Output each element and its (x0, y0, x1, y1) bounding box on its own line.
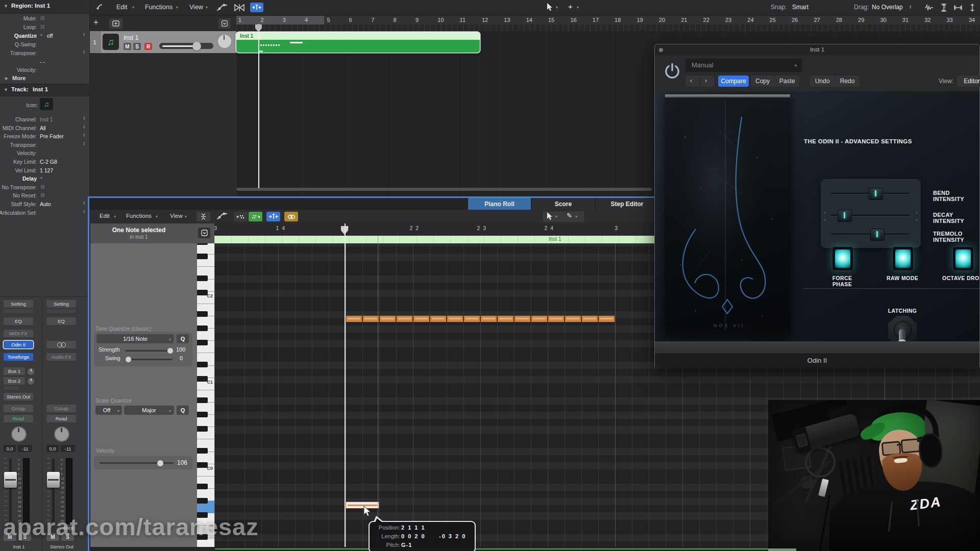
fader-cap[interactable] (47, 472, 60, 488)
piano-black-key[interactable] (197, 397, 208, 403)
strip-gain-value[interactable]: -11 (61, 445, 75, 452)
flex-icon[interactable] (234, 4, 245, 12)
midi-note[interactable] (346, 315, 362, 322)
tab-step-editor[interactable]: Step Editor (596, 198, 658, 210)
midi-in-icon[interactable] (234, 212, 248, 221)
power-icon[interactable] (662, 61, 682, 82)
strip-slot-read[interactable]: Read (46, 415, 76, 422)
strip-slot-eq[interactable]: EQ (4, 317, 33, 325)
force-phase-led[interactable] (832, 246, 853, 271)
strip-slot-bus-2[interactable]: Bus 2 (4, 377, 25, 385)
copy-button[interactable]: Copy (751, 76, 774, 87)
quantize-apply-button[interactable]: Q (177, 334, 189, 343)
tracks-scrollbar[interactable] (236, 188, 652, 191)
pencil-tool-icon[interactable]: ✎ (567, 212, 572, 219)
fader-cap[interactable] (4, 472, 17, 488)
midi-note-selected[interactable] (346, 502, 379, 509)
record-enable-button[interactable]: R (144, 43, 152, 50)
editor-menu-view[interactable]: View (170, 213, 183, 219)
midi-note[interactable] (514, 315, 531, 322)
next-preset-icon[interactable]: › (705, 77, 707, 84)
duplicate-track-button[interactable] (109, 18, 122, 29)
swing-slider[interactable] (125, 359, 173, 360)
collapse-mode-icon[interactable] (197, 212, 210, 221)
pan-knob[interactable] (217, 34, 232, 49)
scale-type-dropdown[interactable]: Major ▾ (124, 406, 174, 415)
volume-slider[interactable] (159, 43, 213, 49)
strip-slot-audio-fx[interactable]: Audio FX (46, 353, 76, 361)
strip-slot-setting[interactable]: Setting (46, 300, 76, 308)
velocity-slider[interactable] (100, 462, 174, 464)
piano-black-key[interactable] (197, 311, 208, 317)
snap-value[interactable]: Smart (792, 4, 808, 11)
piano-black-key[interactable] (197, 340, 208, 345)
midi-region[interactable]: Inst 1 (236, 32, 480, 53)
midi-note[interactable] (463, 315, 480, 322)
redo-button[interactable]: Redo (835, 76, 860, 87)
catch-playhead-icon[interactable] (95, 3, 105, 12)
strip-slot-group[interactable]: Group (46, 405, 76, 412)
quantize-value-dropdown[interactable]: 1/16 Note ▾ (96, 334, 174, 343)
waveform-zoom-icon[interactable] (923, 4, 935, 12)
midi-note[interactable] (581, 315, 598, 322)
strip-slot-eq[interactable]: EQ (46, 317, 76, 325)
piano-black-key[interactable] (197, 276, 208, 281)
undo-button[interactable]: Undo (810, 76, 835, 87)
vertical-zoom-icon[interactable] (939, 3, 948, 12)
tremolo-intensity-slider[interactable] (831, 234, 909, 235)
snap-to-zero-icon[interactable] (250, 3, 263, 12)
pencil-tool-add-icon[interactable]: + (568, 2, 573, 11)
midi-note[interactable] (598, 315, 615, 322)
prev-preset-icon[interactable]: ‹ (690, 77, 692, 84)
playhead[interactable] (258, 24, 259, 188)
piano-black-key[interactable] (197, 243, 208, 245)
octave-drop-led[interactable] (952, 246, 974, 271)
add-track-button[interactable]: + (93, 17, 99, 28)
midi-note[interactable] (413, 315, 430, 322)
editor-menu-edit[interactable]: Edit (100, 213, 110, 219)
automation-icon[interactable] (216, 4, 228, 12)
zoom-slider-icon[interactable] (968, 3, 976, 12)
view-selector[interactable]: Editor (957, 76, 980, 87)
strength-slider[interactable] (125, 350, 173, 352)
track-row[interactable]: 1 ♫ Inst 1 M S R (89, 31, 236, 54)
midi-note[interactable] (447, 315, 463, 322)
mute-button[interactable]: M (124, 43, 131, 50)
midi-note[interactable] (379, 315, 396, 322)
tab-piano-roll[interactable]: Piano Roll (468, 198, 531, 210)
piano-keyboard[interactable]: C2C1C0 (197, 243, 215, 547)
piano-white-key[interactable] (197, 243, 214, 255)
menu-edit[interactable]: Edit (116, 4, 128, 11)
piano-black-key[interactable] (197, 426, 208, 432)
strip-slot-odin-ii[interactable]: Odin II (4, 341, 33, 348)
drag-value[interactable]: No Overlap (872, 4, 903, 11)
arrange-ruler[interactable]: 1234567891011121314151617181920212223242… (236, 16, 980, 31)
strip-pan-knob[interactable] (11, 427, 27, 442)
solo-button[interactable]: S (133, 43, 141, 50)
piano-black-key[interactable] (197, 325, 208, 331)
pointer-tool-icon[interactable] (547, 212, 553, 220)
midi-note[interactable] (430, 315, 447, 322)
strip-slot-bus-1[interactable]: Bus 1 (4, 367, 25, 375)
preset-nav-buttons[interactable]: ‹ › (685, 76, 714, 87)
midi-note[interactable] (565, 315, 581, 322)
midi-note[interactable] (362, 315, 379, 322)
piano-black-key[interactable] (197, 484, 208, 489)
send-knob[interactable] (27, 368, 35, 375)
strip-pan-value[interactable]: 0,0 (46, 445, 59, 452)
strip-slot-group[interactable]: Group (4, 405, 33, 412)
plugin-titlebar[interactable]: Inst 1 (655, 44, 979, 56)
strip-gain-value[interactable]: -11 (18, 445, 32, 452)
link-icon[interactable] (284, 212, 298, 221)
scale-quantize-apply-button[interactable]: Q (177, 406, 189, 415)
bend-intensity-slider[interactable] (831, 193, 909, 194)
track-icon[interactable]: ♫ (103, 34, 119, 50)
midi-note[interactable] (396, 315, 413, 322)
scale-off-dropdown[interactable]: Off ▾ (95, 406, 122, 415)
editor-dropdown-button[interactable] (198, 228, 210, 238)
strip-slot-stereo-out[interactable]: Stereo Out (4, 393, 33, 400)
menu-functions[interactable]: Functions (145, 4, 173, 11)
piano-black-key[interactable] (197, 412, 208, 417)
send-knob[interactable] (27, 378, 35, 385)
strip-slot-midi-fx[interactable]: MIDI FX (4, 330, 33, 337)
